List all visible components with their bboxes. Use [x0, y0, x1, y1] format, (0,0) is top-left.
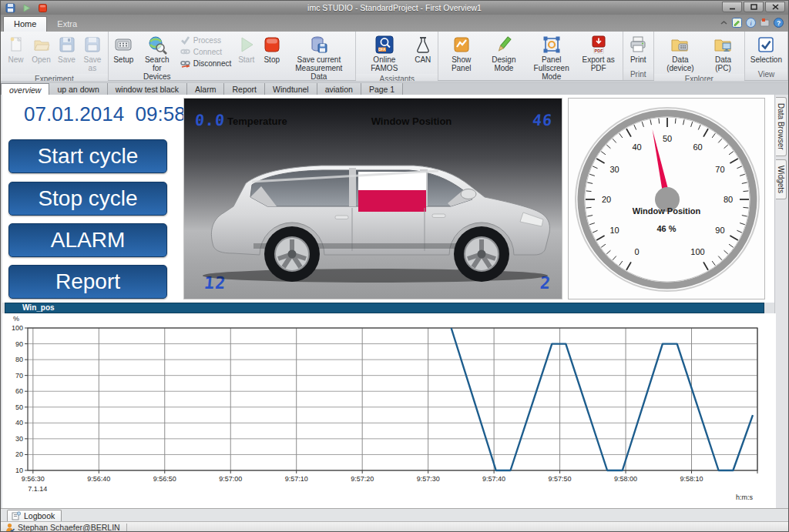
svg-text:9:57:30: 9:57:30 — [417, 475, 440, 483]
start-button[interactable]: Start — [233, 32, 259, 65]
tab-widgets[interactable]: Widgets — [776, 159, 787, 199]
svg-text:20: 20 — [15, 450, 23, 458]
save-measurement-data-button[interactable]: Save current Measurement Data — [284, 32, 353, 82]
svg-text:40: 40 — [632, 142, 641, 152]
can-flask-icon — [414, 34, 432, 55]
svg-text:70: 70 — [15, 372, 23, 380]
panel-fullscreen-icon — [542, 34, 562, 55]
car-visualization: 0.0 Temperature Window Position 46 12 2 — [183, 98, 562, 299]
save-icon[interactable] — [5, 3, 16, 13]
svg-text:80: 80 — [15, 356, 23, 363]
selection-icon — [757, 34, 775, 55]
imc-icon[interactable] — [760, 18, 770, 28]
svg-text:80: 80 — [724, 195, 733, 204]
window-position-bar — [358, 190, 426, 212]
panel-fullscreen-button[interactable]: Panel Fullscreen Mode — [526, 32, 577, 82]
collapse-ribbon-icon[interactable] — [720, 18, 728, 27]
disconnect-icon — [180, 59, 190, 68]
svg-text:%: % — [13, 315, 19, 323]
ribbon-tab-extra[interactable]: Extra — [47, 17, 87, 32]
tab-windtunel[interactable]: Windtunel — [265, 83, 317, 95]
open-folder-icon — [32, 34, 51, 55]
datetime-display: 07.01.2014 09:58 — [24, 102, 186, 126]
save-as-icon — [84, 34, 101, 55]
data-device-button[interactable]: Data (device) — [656, 32, 704, 74]
minimize-button[interactable] — [722, 2, 742, 12]
export-pdf-button[interactable]: PDF Export as PDF — [577, 32, 620, 74]
info-icon[interactable]: i — [746, 18, 756, 28]
svg-text:40: 40 — [15, 419, 23, 427]
selection-button[interactable]: Selection — [747, 32, 785, 65]
new-document-icon — [8, 34, 25, 55]
search-for-devices-button[interactable]: Search for Devices — [136, 32, 178, 82]
tab-aviation[interactable]: aviation — [317, 83, 361, 95]
logbook-tab[interactable]: Logbook — [7, 510, 62, 521]
stop-cycle-button[interactable]: Stop cycle — [8, 182, 167, 216]
svg-text:50: 50 — [15, 403, 23, 411]
start-icon[interactable] — [21, 3, 32, 13]
ribbon-group-assistants: OFA Online FAMOS CAN Assistants — [356, 32, 438, 80]
report-button[interactable]: Report — [8, 265, 167, 299]
svg-text:h:m:s: h:m:s — [736, 494, 754, 501]
ribbon-tab-home[interactable]: Home — [3, 16, 47, 32]
svg-text:60: 60 — [15, 387, 23, 395]
tab-window-test-black[interactable]: window test black — [108, 83, 187, 95]
open-button[interactable]: Open — [29, 32, 54, 65]
logbook-bar: Logbook — [1, 508, 788, 521]
svg-text:30: 30 — [609, 165, 619, 174]
edit-icon[interactable] — [732, 18, 742, 28]
online-famos-button[interactable]: OFA Online FAMOS — [358, 32, 410, 74]
show-panel-icon — [452, 34, 471, 55]
svg-text:9:57:10: 9:57:10 — [285, 475, 308, 483]
save-as-button[interactable]: Save as — [79, 32, 106, 74]
stop-button[interactable]: Stop — [259, 32, 284, 65]
tab-report[interactable]: Report — [224, 83, 265, 95]
help-icon[interactable]: ? — [774, 18, 784, 28]
start-play-icon — [237, 34, 256, 55]
stop-icon[interactable] — [37, 3, 49, 13]
svg-text:9:57:50: 9:57:50 — [549, 475, 572, 483]
design-mode-button[interactable]: Design Mode — [482, 32, 526, 74]
window-title: imc STUDIO - StandardProject - First Ove… — [1, 3, 788, 12]
can-button[interactable]: CAN — [410, 32, 435, 65]
svg-text:100: 100 — [12, 324, 23, 332]
svg-text:9:57:20: 9:57:20 — [351, 475, 374, 483]
start-cycle-button[interactable]: Start cycle — [8, 139, 167, 173]
tab-page-1[interactable]: Page 1 — [361, 83, 403, 95]
ribbon-mini-icons: i ? — [720, 18, 784, 28]
ribbon-group-experiment: New Open Save Save as Experiment — [1, 32, 109, 80]
data-pc-button[interactable]: Data (PC) — [704, 32, 742, 74]
tab-up-an-down[interactable]: up an down — [49, 83, 107, 95]
tab-alarm[interactable]: Alarm — [187, 83, 224, 95]
save-button[interactable]: Save — [54, 32, 79, 65]
svg-text:70: 70 — [715, 165, 724, 174]
close-button[interactable] — [765, 2, 785, 12]
maximize-button[interactable] — [744, 2, 764, 12]
show-panel-button[interactable]: Show Panel — [441, 32, 482, 74]
svg-text:20: 20 — [602, 195, 611, 204]
window-controls — [722, 2, 785, 12]
setup-button[interactable]: Setup — [111, 32, 136, 65]
alarm-button[interactable]: ALARM — [8, 223, 167, 257]
svg-text:PDF: PDF — [594, 49, 603, 53]
process-button[interactable]: Process — [180, 35, 231, 45]
svg-text:50: 50 — [663, 134, 672, 143]
print-icon — [629, 34, 647, 55]
data-pc-icon — [713, 34, 734, 55]
connect-icon — [180, 47, 190, 56]
new-button[interactable]: New — [3, 32, 29, 65]
tab-overview[interactable]: overview — [1, 83, 49, 95]
svg-text:90: 90 — [15, 340, 23, 348]
svg-text:7.1.14: 7.1.14 — [28, 485, 47, 493]
disconnect-button[interactable]: Disconnect — [180, 59, 231, 68]
export-pdf-icon: PDF — [589, 34, 608, 55]
connect-button[interactable]: Connect — [180, 47, 231, 56]
tab-data-browser[interactable]: Data Browser — [776, 97, 787, 156]
print-button[interactable]: Print — [626, 32, 651, 65]
svg-text:?: ? — [777, 19, 781, 27]
ribbon-tab-row: Home Extra — [1, 15, 788, 32]
ribbon-group-print: Print Print — [623, 32, 654, 80]
ribbon-group-explorer: Data (device) Data (PC) Explorer — [654, 32, 745, 80]
connect-stack: Process Connect Disconnect — [178, 32, 233, 71]
front-wheel — [454, 226, 509, 282]
